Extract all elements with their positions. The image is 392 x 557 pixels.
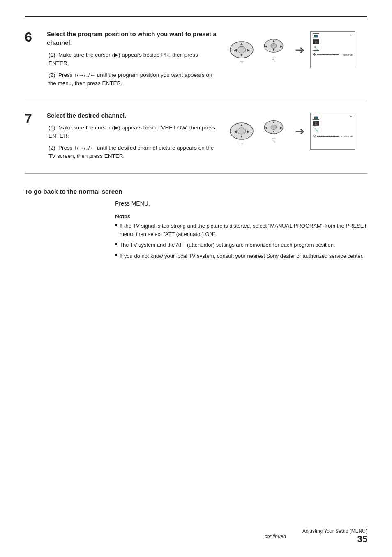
normal-screen-section: To go back to the normal screen Press ME… xyxy=(25,184,367,260)
step-7-illustrations: ▲ ▼ ◀ ▶ ☞ ▲ ▼ ◀ ▶ ☟ ➔ xyxy=(228,113,367,150)
note-3-text: If you do not know your local TV system,… xyxy=(120,252,364,260)
normal-screen-body: Press MENU. Notes If the TV signal is to… xyxy=(115,200,367,260)
svg-point-5 xyxy=(238,46,246,53)
svg-text:▲: ▲ xyxy=(272,39,275,42)
step-6-number: 6 xyxy=(25,30,41,44)
corner-arrow-icon: ↵ xyxy=(350,33,353,37)
step-7-number: 7 xyxy=(25,112,41,125)
remote-oval-icon: ▲ ▼ ◀ ▶ ☞ xyxy=(228,36,256,64)
step-7-title: Select the desired channel. xyxy=(47,111,219,120)
step-6-sub-1: (1) Make sure the cursor (▶) appears bes… xyxy=(48,51,219,68)
menu-row-2-2: □ xyxy=(313,121,353,126)
step-6-arrow: ➔ xyxy=(295,43,304,57)
svg-text:▲: ▲ xyxy=(272,120,275,123)
step-6-sub-2-text: Press ↑/→/↓/← until the program position… xyxy=(48,72,212,86)
menu-row-2-3: 🔧 xyxy=(313,127,353,132)
svg-point-26 xyxy=(271,125,277,129)
normal-screen-title: To go back to the normal screen xyxy=(25,188,367,195)
step-7-sub-1: (1) Make sure the cursor (▶) appears bes… xyxy=(48,124,219,141)
svg-text:☟: ☟ xyxy=(272,55,276,63)
menu-icon-1: 📺 xyxy=(313,33,319,38)
step-6-menu-screen: ↵ 📺 □ 🔧 xyxy=(310,31,355,68)
svg-text:☟: ☟ xyxy=(272,136,276,145)
step-6-content: Select the program position to which you… xyxy=(47,30,228,91)
page-info: Adjusting Your Setup (MENU) 35 xyxy=(302,528,367,545)
menu-row-2-1: 📺 xyxy=(313,115,353,120)
menu-icon-3: 🔧 xyxy=(313,46,319,51)
svg-text:◀: ◀ xyxy=(234,129,237,134)
page-label: Adjusting Your Setup (MENU) xyxy=(302,528,367,534)
enter-label: →⊡ENTER xyxy=(340,53,353,56)
note-1: If the TV signal is too strong and the p… xyxy=(115,222,367,238)
step-6-sub-2: (2) Press ↑/→/↓/← until the program posi… xyxy=(48,71,219,88)
svg-text:☞: ☞ xyxy=(239,141,244,145)
menu-icon-2-2: □ xyxy=(313,121,319,126)
menu-bar-2-icon: ⚙ xyxy=(313,134,316,138)
bullet-1 xyxy=(115,224,117,226)
notes-title: Notes xyxy=(115,213,367,220)
step-6-title: Select the program position to which you… xyxy=(47,30,219,47)
menu-inner: 📺 □ 🔧 ⚙ xyxy=(313,33,353,57)
menu-bar-row: ⚙ →⊡ENTER xyxy=(313,53,353,57)
remote-oval-2-icon: ▲ ▼ ◀ ▶ ☞ xyxy=(228,117,256,145)
enter-label-2: →⊡ENTER xyxy=(340,135,353,138)
step-7-sub-2: (2) Press ↑/→/↓/← until the desired chan… xyxy=(48,144,219,161)
menu-bar-icon: ⚙ xyxy=(313,53,316,57)
step-7-sub-2-text: Press ↑/→/↓/← until the desired channel … xyxy=(48,145,214,159)
svg-text:◀: ◀ xyxy=(234,48,237,52)
menu-row-3: 🔧 xyxy=(313,46,353,51)
step-6-sub-1-text: Make sure the cursor (▶) appears beside … xyxy=(48,52,198,66)
step-7-sub-1-text: Make sure the cursor (▶) appears beside … xyxy=(48,125,215,139)
step-6-sub-1-index: (1) xyxy=(48,52,55,58)
note-2-text: The TV system and the ATT (attenuator) s… xyxy=(120,241,335,249)
svg-point-19 xyxy=(238,128,246,134)
menu-icon-2-3: 🔧 xyxy=(313,127,319,132)
page: 6 Select the program position to which y… xyxy=(0,0,392,557)
menu-bar-row-2: ⚙ →⊡ENTER xyxy=(313,134,353,138)
svg-point-12 xyxy=(271,43,277,48)
menu-row-1: 📺 xyxy=(313,33,353,38)
svg-text:▼: ▼ xyxy=(240,53,244,57)
menu-inner-2: 📺 □ 🔧 ⚙ xyxy=(313,115,353,138)
menu-icon-2: □ xyxy=(313,39,319,44)
step-7-arrow: ➔ xyxy=(295,125,304,138)
svg-text:▼: ▼ xyxy=(240,134,244,139)
page-number: 35 xyxy=(357,534,367,545)
svg-text:▼: ▼ xyxy=(272,49,275,51)
svg-text:▲: ▲ xyxy=(240,42,244,46)
step-7-sub-1-index: (1) xyxy=(48,125,55,131)
step-7-buttons: ▲ ▼ ◀ ▶ ☞ ▲ ▼ ◀ ▶ ☟ xyxy=(228,117,288,145)
note-3: If you do not know your local TV system,… xyxy=(115,252,367,260)
step-6-illustrations: ▲ ▼ ◀ ▶ ☞ ▲ ▼ ◀ ▶ xyxy=(228,31,367,68)
top-rule xyxy=(25,16,367,17)
remote-hand-icon: ▲ ▼ ◀ ▶ ☟ xyxy=(260,36,288,64)
svg-text:▼: ▼ xyxy=(272,130,275,133)
step-6-buttons: ▲ ▼ ◀ ▶ ☞ ▲ ▼ ◀ ▶ xyxy=(228,36,288,64)
note-1-text: If the TV signal is too strong and the p… xyxy=(120,222,367,238)
step-7-menu-screen: ↵ 📺 □ 🔧 xyxy=(310,113,355,150)
bullet-3 xyxy=(115,254,117,256)
step-7-content: Select the desired channel. (1) Make sur… xyxy=(47,111,228,164)
step-6-sub-2-index: (2) xyxy=(48,72,55,78)
menu-icon-2-1: 📺 xyxy=(313,115,319,120)
svg-text:▶: ▶ xyxy=(247,48,250,52)
menu-bar-2-line xyxy=(317,136,339,137)
remote-hand-2-icon: ▲ ▼ ◀ ▶ ☟ xyxy=(260,117,288,145)
continued-label: continued xyxy=(265,534,286,539)
bullet-2 xyxy=(115,243,117,245)
menu-bar-line xyxy=(317,54,339,55)
note-2: The TV system and the ATT (attenuator) s… xyxy=(115,241,367,249)
step-7-sub-2-index: (2) xyxy=(48,145,55,151)
svg-text:▲: ▲ xyxy=(240,123,244,127)
footer: continued Adjusting Your Setup (MENU) 35 xyxy=(0,528,392,545)
menu-row-2: □ xyxy=(313,39,353,44)
press-menu-text: Press MENU. xyxy=(115,200,367,207)
step-6-row: 6 Select the program position to which y… xyxy=(25,30,367,101)
step-7-row: 7 Select the desired channel. (1) Make s… xyxy=(25,111,367,174)
notes-list: If the TV signal is too strong and the p… xyxy=(115,222,367,260)
svg-text:☞: ☞ xyxy=(239,59,244,64)
svg-text:▶: ▶ xyxy=(247,129,250,134)
corner-arrow-2-icon: ↵ xyxy=(350,114,353,118)
